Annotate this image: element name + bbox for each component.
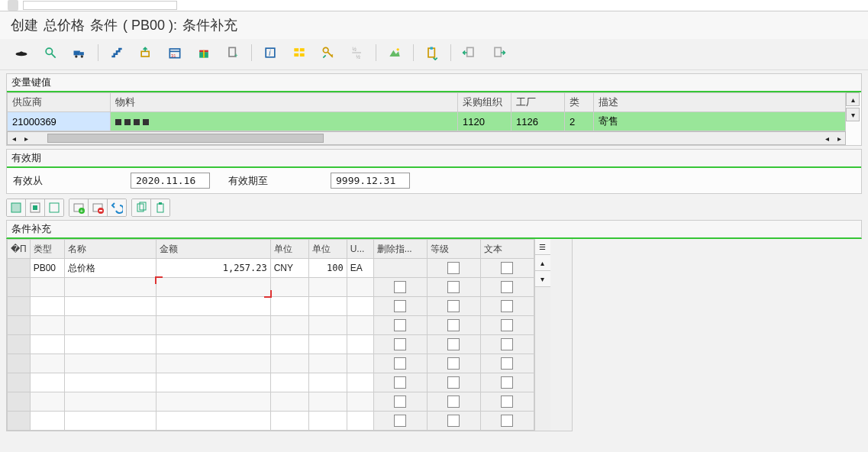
undo-button[interactable]: [108, 199, 126, 216]
cell-amount[interactable]: 1,257.23: [156, 259, 270, 278]
col-scale[interactable]: 等级: [427, 240, 480, 259]
hat-icon[interactable]: [11, 44, 32, 62]
cell-uom[interactable]: [347, 392, 373, 412]
col-sel[interactable]: �П: [8, 240, 31, 259]
cell-uom[interactable]: [347, 297, 373, 316]
configure-columns-icon[interactable]: ☰: [535, 239, 550, 255]
cell-scale[interactable]: [427, 354, 480, 373]
cell-delete-ind[interactable]: [373, 354, 427, 373]
cell-category[interactable]: 2: [565, 112, 594, 131]
find-extended-icon[interactable]: [40, 44, 61, 62]
scroll-left2-icon[interactable]: ◂: [821, 133, 833, 144]
cell-unit1[interactable]: [270, 316, 308, 335]
cell-description[interactable]: 寄售: [594, 112, 846, 131]
scroll-up-icon[interactable]: ▴: [535, 255, 550, 271]
cell-type[interactable]: [30, 316, 64, 335]
cell-unit1[interactable]: [270, 373, 308, 392]
grid-row[interactable]: [8, 297, 534, 316]
scroll-left-icon[interactable]: ◂: [8, 133, 20, 144]
col-delete-ind[interactable]: 删除指...: [373, 240, 427, 259]
fraction-icon[interactable]: ½½: [347, 44, 368, 62]
paste-icon[interactable]: [421, 44, 443, 62]
cell-vendor[interactable]: 21000369: [8, 112, 111, 131]
col-unit2[interactable]: 单位: [308, 240, 347, 259]
row-selector[interactable]: [8, 335, 31, 354]
col-purch-org[interactable]: 采购组织: [458, 93, 511, 112]
cell-text[interactable]: [480, 412, 534, 431]
col-plant[interactable]: 工厂: [511, 93, 565, 112]
cell-type[interactable]: [30, 354, 64, 373]
cell-name[interactable]: 总价格: [64, 259, 156, 278]
cell-unit1[interactable]: [270, 335, 308, 354]
cell-name[interactable]: [64, 316, 156, 335]
cell-delete-ind[interactable]: [373, 373, 427, 392]
cell-unit2[interactable]: [308, 373, 347, 392]
scroll-right-icon[interactable]: ▸: [20, 133, 32, 144]
cell-text[interactable]: [480, 335, 534, 354]
cell-uom[interactable]: [347, 412, 373, 431]
cell-amount[interactable]: [156, 278, 270, 297]
doc-next-icon[interactable]: [488, 44, 509, 62]
stairs-icon[interactable]: [106, 44, 127, 62]
info-icon[interactable]: i: [260, 44, 281, 62]
scroll-thumb[interactable]: [47, 134, 324, 143]
cell-unit2[interactable]: [308, 335, 347, 354]
vk-row[interactable]: 21000369 1120 1126 2 寄售: [8, 112, 846, 131]
cell-unit1[interactable]: [270, 392, 308, 412]
scroll-up-icon[interactable]: ▴: [846, 92, 860, 106]
grid-row[interactable]: [8, 278, 534, 297]
cell-type[interactable]: PB00: [30, 259, 64, 278]
grid-row[interactable]: [8, 316, 534, 335]
cell-unit1[interactable]: CNY: [270, 259, 308, 278]
col-category[interactable]: 类: [565, 93, 594, 112]
picture-icon[interactable]: [384, 44, 405, 62]
insert-row-button[interactable]: +: [69, 199, 89, 216]
cell-text[interactable]: [480, 259, 534, 278]
cell-unit2[interactable]: [308, 412, 347, 431]
cell-delete-ind[interactable]: [373, 316, 427, 335]
scroll-down-icon[interactable]: ▾: [535, 271, 550, 287]
valid-to-input[interactable]: 9999.12.31: [331, 173, 410, 189]
grid-row[interactable]: [8, 335, 534, 354]
hscrollbar[interactable]: ◂ ▸ ◂ ▸: [7, 131, 846, 145]
command-field[interactable]: [23, 1, 177, 10]
cell-text[interactable]: [480, 354, 534, 373]
cell-scale[interactable]: [427, 297, 480, 316]
cell-delete-ind[interactable]: [373, 297, 427, 316]
cell-type[interactable]: [30, 373, 64, 392]
cell-type[interactable]: [30, 297, 64, 316]
cell-uom[interactable]: EA: [347, 259, 373, 278]
grid-row[interactable]: [8, 373, 534, 392]
row-selector[interactable]: [8, 259, 31, 278]
cell-delete-ind[interactable]: [373, 335, 427, 354]
truck-icon[interactable]: [69, 44, 90, 62]
document-add-icon[interactable]: +: [222, 44, 244, 62]
export-icon[interactable]: [135, 44, 156, 62]
cell-text[interactable]: [480, 278, 534, 297]
paste-button[interactable]: [151, 199, 169, 216]
cell-unit2[interactable]: [308, 316, 347, 335]
cell-name[interactable]: [64, 412, 156, 431]
cell-amount[interactable]: [156, 412, 270, 431]
cell-scale[interactable]: [427, 335, 480, 354]
cell-delete-ind[interactable]: [373, 412, 427, 431]
col-unit1[interactable]: 单位: [270, 240, 308, 259]
cell-delete-ind[interactable]: [373, 392, 427, 412]
gift-icon[interactable]: [193, 44, 215, 62]
cell-amount[interactable]: [156, 373, 270, 392]
cell-plant[interactable]: 1126: [511, 112, 565, 131]
cell-unit1[interactable]: [270, 412, 308, 431]
select-block-button[interactable]: [26, 199, 45, 216]
cell-purch-org[interactable]: 1120: [458, 112, 511, 131]
col-vendor[interactable]: 供应商: [8, 93, 111, 112]
cell-name[interactable]: [64, 278, 156, 297]
cell-amount[interactable]: [156, 354, 270, 373]
cell-name[interactable]: [64, 297, 156, 316]
col-description[interactable]: 描述: [594, 93, 846, 112]
delete-row-button[interactable]: [89, 199, 108, 216]
col-uom[interactable]: U...: [347, 240, 373, 259]
row-selector[interactable]: [8, 297, 31, 316]
col-name[interactable]: 名称: [64, 240, 156, 259]
deselect-all-button[interactable]: [45, 199, 63, 216]
cell-uom[interactable]: [347, 354, 373, 373]
